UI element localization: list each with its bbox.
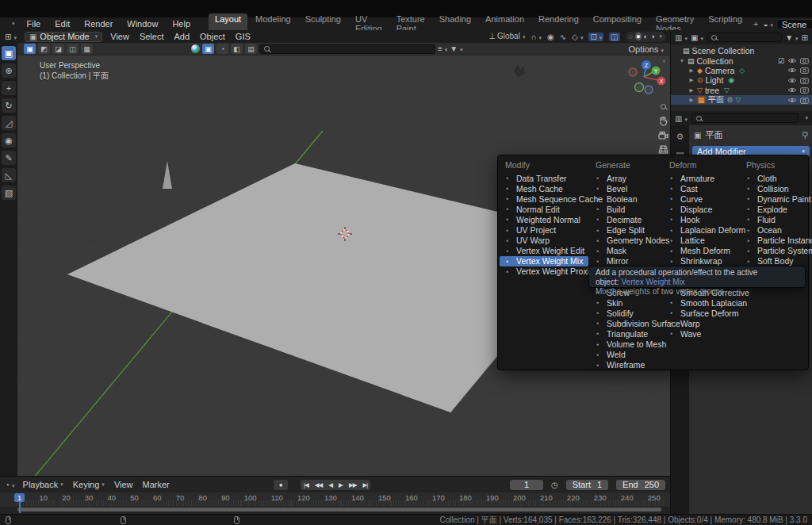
new-collection-icon[interactable]: ⊞ [802, 33, 808, 42]
scene-name-field[interactable]: Scene [776, 19, 812, 29]
hide-eye-icon[interactable] [787, 77, 797, 84]
outliner-row[interactable]: ▶ ◆ Camera ◇ [671, 66, 812, 75]
frame-number[interactable]: 230 [594, 493, 607, 502]
modifier-menu-item[interactable]: ▪Skin [590, 297, 663, 308]
disable-render-camera-icon[interactable] [800, 67, 809, 74]
menubar-menu-item[interactable]: Edit [48, 18, 77, 29]
frame-end-field[interactable]: End250 [616, 480, 665, 490]
frame-number[interactable]: 10 [39, 493, 48, 502]
disable-render-camera-icon[interactable] [800, 86, 809, 94]
modifier-menu-item[interactable]: ▪Vertex Weight Proximity [500, 266, 588, 277]
tool-button[interactable]: ◉ [2, 133, 16, 148]
frame-number[interactable]: 70 [176, 493, 185, 502]
frame-number[interactable]: 20 [62, 493, 71, 502]
overlays-toggle-icon[interactable]: ⊡▾ [588, 33, 603, 41]
modifier-menu-item[interactable]: ▪Decimate [590, 214, 663, 224]
modifier-menu-item[interactable]: ▪UV Warp [500, 236, 588, 246]
brush-button[interactable]: ◔ [216, 44, 228, 54]
modifier-menu-item[interactable]: ▪Hook [664, 214, 741, 224]
frame-number[interactable]: 250 [648, 493, 661, 502]
modifier-menu-item[interactable]: ▪Particle Instance [741, 236, 807, 246]
tool-button[interactable]: ◺ [2, 168, 16, 182]
modifier-menu-item[interactable]: ▪Armature [664, 173, 741, 183]
menubar-menu-item[interactable]: Render [77, 18, 120, 29]
frame-number[interactable]: 120 [297, 493, 310, 502]
camera-view-button[interactable] [657, 128, 669, 141]
frame-number[interactable]: 40 [108, 493, 117, 502]
modifier-menu-item[interactable]: ▪Geometry Nodes [590, 236, 663, 246]
timeline-menu-item[interactable]: Keying▾ [73, 480, 105, 489]
disable-render-camera-icon[interactable] [800, 77, 809, 84]
modifier-menu-item[interactable]: ▪Mesh Sequence Cache [500, 194, 588, 204]
modifier-menu-item[interactable]: ▪Weld [590, 350, 663, 360]
frame-start-field[interactable]: Start1 [566, 480, 608, 490]
frame-number[interactable]: 60 [153, 493, 162, 502]
tab-tool-icon[interactable]: ⚙ [676, 132, 684, 142]
disclosure-arrow-icon[interactable]: ▼ [679, 58, 685, 63]
modifier-menu-item[interactable]: ▪Laplacian Deform [664, 224, 741, 235]
current-frame-field[interactable]: 1 [510, 480, 543, 490]
frame-number[interactable]: 80 [198, 493, 207, 502]
outliner-editor-icon[interactable]: ▥▾ [675, 33, 688, 42]
modifier-menu-item[interactable]: ▪Displace [664, 204, 741, 214]
scene-icon[interactable]: ◒▾ [763, 20, 773, 29]
disclosure-arrow-icon[interactable]: ▶ [688, 67, 695, 74]
modifier-menu-item[interactable]: ▪UV Project [500, 224, 588, 235]
viewport-menu-item[interactable]: GIS [236, 32, 251, 41]
frame-number[interactable]: 190 [486, 493, 499, 502]
frame-number[interactable]: 1 [14, 493, 25, 502]
outliner-row[interactable]: ▶ ⊙ Light ◉ [671, 75, 812, 85]
modifier-menu-item[interactable]: ▪Mesh Cache [500, 183, 588, 194]
tool-button[interactable]: + [2, 81, 16, 95]
brush-button[interactable]: ◧ [231, 44, 243, 54]
timeline-menu-item[interactable]: View▾ [114, 480, 133, 489]
hide-eye-icon[interactable] [787, 67, 797, 74]
viewport-menu-item[interactable]: Object [200, 32, 225, 41]
disable-render-camera-icon[interactable] [800, 57, 809, 64]
disclosure-arrow-icon[interactable]: ▶ [688, 77, 695, 83]
modifier-menu-item[interactable]: ▪Solidify [590, 308, 663, 318]
pin-icon[interactable]: ⚲ [802, 130, 808, 140]
navigation-gizmo[interactable]: Z Y X [620, 56, 668, 103]
disclosure-arrow-icon[interactable]: ▶ [688, 87, 695, 94]
timeline-ruler[interactable]: 1102030405060708090100110120130140150160… [0, 492, 670, 507]
xray-toggle-icon[interactable]: ◫ [609, 33, 619, 41]
modifier-menu-item[interactable]: ▪Lattice [664, 236, 741, 246]
modifier-menu-item[interactable]: ▪Vertex Weight Mix [500, 256, 588, 266]
zoom-button[interactable] [657, 100, 669, 113]
frame-number[interactable]: 100 [244, 493, 257, 502]
properties-editor-icon[interactable]: ▥▾ [675, 114, 688, 123]
outliner-search-input[interactable] [707, 33, 782, 42]
modifier-menu-item[interactable]: ▪Volume to Mesh [590, 339, 663, 350]
frame-number[interactable]: 150 [378, 493, 391, 502]
select-mode-button[interactable]: ▣ [24, 44, 36, 54]
outliner-display-icon[interactable]: ▣▾ [691, 33, 703, 42]
frame-number[interactable]: 210 [540, 493, 553, 502]
tool-button[interactable]: ▣ [2, 46, 16, 60]
blender-menu-caret-icon[interactable]: ▾ [12, 21, 15, 27]
disclosure-arrow-icon[interactable]: ▶ [688, 97, 695, 103]
modifier-menu-item[interactable]: ▪Smooth Laplacian [664, 297, 741, 308]
frame-number[interactable]: 130 [324, 493, 337, 502]
modifier-menu-item[interactable]: ▪Build [590, 204, 663, 214]
hide-eye-icon[interactable] [787, 86, 797, 94]
outliner-row[interactable]: ▶ ▦ 平面 ⚙ ▽ [671, 95, 812, 105]
pan-button[interactable] [657, 114, 669, 127]
modifier-menu-item[interactable]: ▪Data Transfer [500, 173, 588, 183]
modifier-menu-item[interactable]: ▪Vertex Weight Edit [500, 246, 588, 256]
select-mode-button[interactable]: ▦ [81, 44, 93, 54]
frame-number[interactable]: 170 [432, 493, 445, 502]
hide-eye-icon[interactable] [787, 57, 797, 64]
ortho-toggle-button[interactable] [657, 143, 669, 155]
auto-keying-button[interactable]: ● [274, 480, 288, 490]
display-mode-icon[interactable]: ≡▾ [438, 44, 447, 53]
transport-button[interactable]: |◀ [301, 480, 312, 490]
modifier-menu-item[interactable]: ▪Subdivision Surface [590, 318, 663, 328]
viewport-menu-item[interactable]: Add [174, 32, 190, 41]
material-ball-icon[interactable] [191, 44, 200, 53]
select-mode-button[interactable]: ◪ [52, 44, 64, 54]
frame-number[interactable]: 90 [221, 493, 230, 502]
frame-number[interactable]: 30 [85, 493, 94, 502]
modifier-menu-item[interactable]: ▪Mesh Deform [664, 246, 741, 256]
modifier-menu-item[interactable]: ▪Fluid [741, 214, 807, 224]
